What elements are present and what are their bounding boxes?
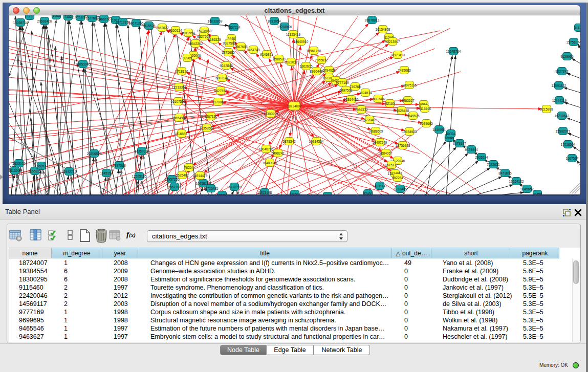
svg-text:7357224: 7357224: [227, 26, 241, 29]
svg-text:19218506: 19218506: [277, 25, 292, 29]
svg-text:92456: 92456: [533, 192, 542, 195]
svg-text:10046786: 10046786: [259, 147, 274, 151]
svg-text:1362615: 1362615: [299, 64, 313, 68]
svg-text:10973493: 10973493: [390, 53, 405, 57]
svg-text:11923448: 11923448: [257, 191, 272, 194]
svg-text:3875685: 3875685: [222, 51, 235, 54]
svg-text:9242848: 9242848: [220, 64, 233, 68]
svg-text:1440954: 1440954: [432, 128, 446, 132]
svg-text:18407249: 18407249: [373, 141, 387, 144]
svg-text:7955812: 7955812: [315, 58, 328, 62]
svg-text:9777169: 9777169: [336, 81, 349, 84]
svg-text:16033809: 16033809: [208, 19, 223, 23]
svg-text:6466160: 6466160: [97, 17, 111, 21]
svg-text:12213967: 12213967: [385, 40, 400, 43]
svg-text:1167534: 1167534: [566, 157, 579, 160]
svg-text:95051: 95051: [37, 164, 46, 168]
svg-text:7625402: 7625402: [176, 173, 189, 177]
svg-text:9215988: 9215988: [540, 107, 553, 111]
svg-text:10025458: 10025458: [395, 109, 409, 113]
svg-text:9684067: 9684067: [379, 151, 393, 155]
svg-text:8660124: 8660124: [169, 29, 182, 32]
svg-text:10671355: 10671355: [129, 21, 144, 25]
svg-text:5878342: 5878342: [282, 140, 296, 143]
svg-text:19166857: 19166857: [175, 132, 189, 136]
svg-text:12942717: 12942717: [62, 170, 77, 173]
svg-text:1527602: 1527602: [85, 16, 99, 20]
svg-text:20876812: 20876812: [365, 18, 380, 22]
svg-text:20364436: 20364436: [344, 98, 359, 101]
svg-text:16782759: 16782759: [227, 185, 242, 189]
svg-text:1588520: 1588520: [272, 57, 286, 61]
svg-text:17016504: 17016504: [561, 143, 576, 146]
svg-text:9245652: 9245652: [520, 187, 534, 191]
svg-text:12444119: 12444119: [552, 99, 567, 102]
svg-text:9699695: 9699695: [420, 122, 433, 125]
svg-text:9327508: 9327508: [223, 41, 236, 45]
svg-text:19384554: 19384554: [309, 140, 324, 143]
svg-text:2718126: 2718126: [175, 70, 188, 73]
svg-text:10543362: 10543362: [188, 42, 203, 46]
svg-text:15226058: 15226058: [197, 29, 212, 33]
svg-text:9397568: 9397568: [113, 164, 126, 167]
svg-text:19654937: 19654937: [172, 116, 187, 120]
svg-text:76254: 76254: [184, 166, 193, 169]
svg-text:20053346: 20053346: [76, 62, 91, 66]
svg-text:1615172: 1615172: [385, 163, 398, 167]
svg-text:5498242: 5498242: [271, 151, 285, 155]
svg-text:15751074: 15751074: [567, 40, 580, 44]
svg-text:98965: 98965: [183, 56, 192, 60]
svg-text:8454749: 8454749: [247, 48, 260, 52]
svg-text:11123: 11123: [574, 26, 580, 30]
svg-text:20206576: 20206576: [87, 152, 102, 156]
svg-text:1145154: 1145154: [100, 171, 113, 175]
svg-text:8813054: 8813054: [268, 19, 281, 23]
svg-text:9657791: 9657791: [168, 185, 181, 189]
svg-text:6794028: 6794028: [322, 69, 336, 72]
svg-text:14055714: 14055714: [13, 21, 28, 25]
svg-text:13975115: 13975115: [402, 83, 417, 87]
svg-text:9474444: 9474444: [465, 148, 478, 151]
svg-text:173: 173: [27, 15, 33, 18]
svg-text:9549575: 9549575: [406, 114, 420, 118]
svg-text:9146821: 9146821: [260, 53, 273, 56]
svg-text:12093822: 12093822: [552, 84, 567, 87]
svg-text:7152: 7152: [64, 15, 72, 18]
svg-text:7632621: 7632621: [487, 163, 500, 166]
svg-text:15592071: 15592071: [556, 129, 571, 133]
svg-text:16154808: 16154808: [376, 28, 390, 31]
svg-text:2867608: 2867608: [234, 45, 248, 49]
svg-text:9129966: 9129966: [560, 55, 574, 58]
svg-text:1733426: 1733426: [394, 187, 407, 191]
svg-text:746266: 746266: [350, 85, 361, 89]
svg-text:7515526: 7515526: [142, 24, 156, 28]
svg-text:7663822: 7663822: [156, 26, 169, 30]
svg-text:2935114: 2935114: [475, 156, 488, 159]
svg-text:12213363: 12213363: [172, 85, 187, 89]
svg-text:14136141: 14136141: [373, 184, 387, 188]
svg-text:16961758: 16961758: [307, 49, 321, 53]
svg-text:9463627: 9463627: [401, 99, 415, 102]
svg-text:8990448: 8990448: [310, 70, 323, 73]
svg-text:11353504: 11353504: [200, 126, 214, 130]
svg-text:8427552: 8427552: [214, 89, 227, 93]
svg-text:817006: 817006: [212, 100, 224, 104]
svg-text:17359924: 17359924: [135, 149, 149, 153]
svg-text:8267130: 8267130: [204, 115, 217, 118]
svg-text:15716485: 15716485: [204, 187, 219, 190]
svg-text:14914479: 14914479: [193, 174, 208, 178]
svg-text:11325419: 11325419: [286, 33, 301, 36]
svg-text:7986372: 7986372: [355, 108, 368, 112]
svg-text:8322037: 8322037: [285, 60, 298, 64]
svg-text:10654122: 10654122: [509, 180, 524, 183]
svg-text:1433001: 1433001: [12, 162, 26, 165]
svg-text:10688609: 10688609: [368, 129, 383, 133]
svg-text:17957255: 17957255: [165, 178, 180, 181]
svg-text:82450: 82450: [363, 192, 373, 195]
svg-text:8912954: 8912954: [182, 31, 195, 35]
svg-text:10719155: 10719155: [116, 20, 130, 24]
svg-text:60334: 60334: [446, 132, 455, 136]
svg-text:9245: 9245: [324, 194, 332, 195]
svg-text:15720407: 15720407: [362, 118, 377, 122]
svg-text:10807487: 10807487: [371, 97, 386, 101]
